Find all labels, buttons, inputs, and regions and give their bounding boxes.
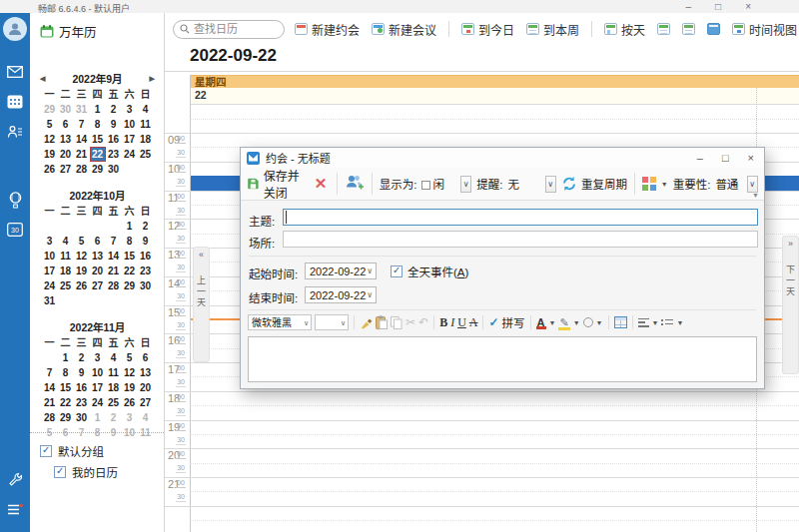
mini-day-cell[interactable]: 6	[58, 117, 74, 132]
background-color-button[interactable]	[583, 317, 593, 327]
view-month-button[interactable]	[707, 23, 720, 35]
mini-day-cell[interactable]: 27	[58, 162, 74, 177]
goto-week-button[interactable]: 到本周	[526, 21, 579, 38]
mini-day-cell[interactable]: 3	[90, 350, 106, 365]
view-week-button[interactable]	[657, 23, 670, 35]
mini-day-cell[interactable]: 2	[138, 219, 154, 234]
mini-day-cell[interactable]: 23	[138, 264, 154, 278]
search-input[interactable]	[194, 23, 274, 35]
body-editor[interactable]	[248, 336, 757, 382]
mini-day-cell[interactable]: 20	[90, 264, 106, 278]
category-dropdown[interactable]: ▼	[661, 181, 668, 188]
mini-day-cell[interactable]: 11	[58, 249, 74, 264]
mini-day-cell[interactable]: 18	[58, 264, 74, 278]
spell-check-button[interactable]: ✓ 拼写	[488, 314, 524, 330]
maximize-button[interactable]: □	[715, 0, 721, 13]
mini-day-cell[interactable]: 9	[138, 234, 154, 249]
nav-mail[interactable]	[0, 57, 30, 87]
mini-day-cell[interactable]: 31	[42, 293, 58, 308]
all-day-checkbox[interactable]	[391, 266, 402, 277]
mini-day-cell[interactable]: 4	[58, 234, 74, 249]
mini-day-cell[interactable]: 26	[74, 278, 90, 293]
mini-day-cell[interactable]: 29	[90, 162, 106, 177]
mini-day-cell[interactable]: 26	[122, 395, 138, 410]
prev-month-icon[interactable]: ◀	[40, 71, 45, 87]
mini-day-cell[interactable]: 21	[74, 147, 90, 162]
mini-day-cell[interactable]: 20	[58, 147, 74, 162]
mini-day-cell[interactable]: 25	[106, 395, 122, 410]
mini-day-cell[interactable]: 24	[42, 278, 58, 293]
font-color-dropdown[interactable]: ▼	[549, 319, 556, 326]
save-and-close-button[interactable]: 保存并关闭	[247, 167, 307, 201]
mini-day-cell[interactable]: 29	[122, 278, 138, 293]
start-time-combo[interactable]: 2022-09-22∨	[305, 263, 377, 279]
mini-day-cell[interactable]: 27	[90, 278, 106, 293]
next-month-icon[interactable]: ▶	[150, 71, 155, 87]
mini-day-cell[interactable]: 26	[42, 162, 58, 177]
mini-day-cell[interactable]: 3	[42, 234, 58, 249]
dialog-maximize-button[interactable]: □	[722, 152, 729, 164]
mini-day-cell[interactable]: 8	[90, 117, 106, 132]
nav-balloon[interactable]	[0, 185, 30, 215]
bold-button[interactable]: B	[439, 314, 447, 330]
view-timeline-button[interactable]: 时间视图	[732, 21, 797, 38]
mini-day-cell[interactable]: 16	[106, 132, 122, 147]
delete-icon[interactable]: ✕	[312, 175, 331, 193]
mini-day-cell[interactable]: 19	[122, 380, 138, 395]
cut-icon[interactable]: ✂	[405, 314, 415, 330]
mini-day-cell[interactable]: 15	[122, 249, 138, 264]
mini-day-cell[interactable]: 25	[138, 147, 154, 162]
mini-day-cell[interactable]: 2	[74, 350, 90, 365]
filter-checkbox[interactable]	[40, 445, 52, 457]
mini-day-cell[interactable]: 14	[74, 132, 90, 147]
highlight-dropdown[interactable]: ▼	[573, 319, 580, 326]
nav-contacts[interactable]	[0, 117, 30, 147]
filter-checkbox[interactable]	[54, 466, 66, 478]
mini-day-cell[interactable]: 13	[58, 132, 74, 147]
mini-day-cell[interactable]: 2	[106, 102, 122, 117]
mini-day-cell[interactable]: 3	[122, 410, 138, 425]
font-size-combo[interactable]: ∨	[315, 314, 349, 330]
show-as-value[interactable]: 闲	[421, 176, 454, 192]
dialog-close-button[interactable]: ×	[748, 152, 754, 164]
importance-value[interactable]: 普通	[715, 176, 741, 192]
mini-day-cell[interactable]: 30	[74, 410, 90, 425]
mini-day-cell[interactable]: 14	[106, 249, 122, 264]
mini-day-cell[interactable]: 4	[106, 350, 122, 365]
invite-attendees-button[interactable]	[345, 174, 365, 194]
mini-day-cell[interactable]: 13	[90, 249, 106, 264]
mini-day-cell[interactable]: 5	[122, 350, 138, 365]
mini-day-cell[interactable]: 13	[138, 365, 154, 380]
mini-day-cell[interactable]: 28	[74, 162, 90, 177]
mini-day-cell[interactable]: 16	[74, 380, 90, 395]
highlight-button[interactable]: ✎	[558, 316, 569, 329]
mini-day-cell[interactable]: 18	[106, 380, 122, 395]
mini-day-cell[interactable]: 16	[138, 249, 154, 264]
reminder-value[interactable]: 无	[508, 176, 540, 192]
goto-today-button[interactable]: 到今日	[461, 21, 514, 38]
mini-day-cell[interactable]: 15	[58, 380, 74, 395]
mini-day-cell[interactable]: 1	[90, 102, 106, 117]
importance-dropdown[interactable]: ∨	[747, 176, 758, 193]
mini-day-cell[interactable]: 12	[42, 132, 58, 147]
font-color-button[interactable]: A	[536, 316, 546, 328]
mini-day-cell[interactable]: 31	[74, 102, 90, 117]
mini-day-cell[interactable]: 8	[58, 365, 74, 380]
mini-day-cell[interactable]: 30	[58, 102, 74, 117]
minimize-button[interactable]: –	[686, 0, 692, 13]
weekday-header[interactable]: 星期四	[191, 75, 799, 88]
prev-day-strip[interactable]: « 上一天	[193, 247, 210, 362]
mini-day-cell[interactable]: 7	[74, 117, 90, 132]
mini-day-cell[interactable]: 30	[106, 162, 122, 177]
mini-day-cell[interactable]: 22	[58, 395, 74, 410]
mini-day-cell[interactable]: 4	[138, 410, 154, 425]
mini-day-cell[interactable]: 15	[90, 132, 106, 147]
nav-schedule[interactable]: 30	[0, 215, 30, 245]
mini-day-cell[interactable]: 24	[122, 147, 138, 162]
nav-settings[interactable]	[0, 464, 30, 494]
mini-day-cell[interactable]: 9	[74, 365, 90, 380]
mini-day-cell[interactable]: 22	[122, 264, 138, 278]
mini-day-cell[interactable]: 7	[42, 365, 58, 380]
reminder-dropdown[interactable]: ∨	[545, 176, 556, 193]
mini-day-cell[interactable]: 3	[122, 102, 138, 117]
